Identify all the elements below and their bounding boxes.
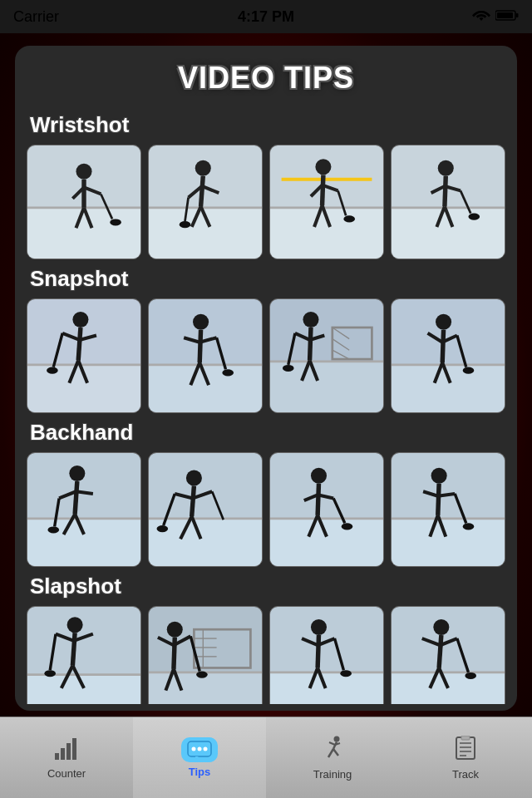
svg-point-133 — [431, 468, 447, 484]
tab-training[interactable]: Training — [266, 717, 399, 798]
svg-point-47 — [468, 214, 480, 220]
svg-point-29 — [315, 159, 331, 175]
section-slapshot-label: Slapshot — [30, 574, 505, 599]
svg-point-106 — [47, 526, 59, 533]
status-right — [472, 8, 519, 25]
svg-point-178 — [340, 670, 352, 677]
backhand-thumb-4[interactable] — [391, 452, 505, 567]
svg-point-17 — [195, 160, 211, 176]
wristshot-thumb-2[interactable] — [148, 145, 263, 259]
svg-point-58 — [47, 367, 58, 374]
svg-rect-142 — [27, 675, 140, 704]
tips-icon — [181, 737, 218, 762]
svg-point-110 — [186, 470, 202, 485]
svg-rect-191 — [61, 748, 65, 760]
svg-rect-86 — [392, 365, 505, 412]
svg-line-52 — [78, 328, 81, 360]
svg-point-95 — [463, 367, 475, 374]
svg-line-201 — [329, 742, 335, 745]
svg-line-203 — [328, 749, 333, 757]
carrier-text: Carrier — [13, 8, 59, 26]
slapshot-thumb-1[interactable] — [27, 606, 141, 704]
svg-line-102 — [76, 491, 92, 494]
snapshot-grid — [27, 298, 505, 413]
svg-line-172 — [318, 635, 318, 667]
scroll-area[interactable]: Wristshot — [15, 106, 517, 704]
content-card: Video Tips Wristshot — [15, 46, 517, 711]
snapshot-thumb-1[interactable] — [27, 298, 141, 413]
svg-point-129 — [342, 523, 353, 530]
svg-rect-180 — [392, 672, 505, 704]
svg-rect-120 — [270, 519, 383, 566]
svg-point-62 — [193, 314, 209, 330]
svg-point-77 — [303, 312, 318, 328]
svg-rect-192 — [66, 743, 71, 760]
svg-line-204 — [333, 749, 338, 756]
svg-point-195 — [192, 747, 196, 751]
backhand-thumb-2[interactable] — [148, 452, 263, 567]
slapshot-grid — [27, 606, 505, 704]
svg-rect-190 — [55, 753, 59, 760]
status-time: 4:17 PM — [238, 8, 294, 26]
svg-point-189 — [465, 672, 476, 679]
svg-point-51 — [72, 312, 88, 328]
svg-point-117 — [157, 525, 169, 532]
svg-point-69 — [222, 369, 234, 376]
page-title: Video Tips — [15, 46, 517, 106]
svg-rect-97 — [27, 519, 140, 566]
svg-rect-60 — [149, 365, 262, 412]
svg-line-111 — [192, 485, 195, 516]
svg-point-167 — [196, 672, 208, 678]
svg-point-99 — [69, 466, 85, 481]
snapshot-thumb-3[interactable] — [269, 298, 384, 413]
backhand-thumb-3[interactable] — [269, 452, 384, 567]
app-container: Carrier 4:17 PM Video Tips — [0, 0, 532, 798]
status-bar: Carrier 4:17 PM — [0, 0, 532, 33]
tab-tips-label: Tips — [189, 766, 211, 778]
svg-point-84 — [283, 365, 294, 372]
svg-rect-4 — [27, 208, 140, 259]
svg-line-30 — [323, 175, 323, 205]
wristshot-thumb-4[interactable] — [391, 145, 505, 259]
section-wristshot-label: Wristshot — [30, 112, 505, 138]
wristshot-thumb-3[interactable] — [269, 145, 384, 259]
svg-line-183 — [439, 635, 441, 667]
slapshot-thumb-2[interactable] — [148, 606, 263, 704]
training-icon — [320, 736, 345, 765]
svg-line-136 — [438, 494, 455, 496]
svg-point-88 — [436, 314, 451, 330]
tab-track[interactable]: Track — [399, 717, 532, 798]
svg-line-123 — [318, 484, 318, 515]
svg-line-41 — [445, 176, 446, 207]
slapshot-thumb-4[interactable] — [391, 606, 505, 704]
track-icon — [453, 736, 478, 765]
section-backhand-label: Backhand — [30, 420, 505, 446]
svg-point-160 — [167, 622, 183, 638]
tab-track-label: Track — [452, 768, 479, 781]
svg-point-144 — [67, 617, 83, 633]
svg-point-140 — [463, 523, 475, 530]
backhand-thumb-1[interactable] — [27, 452, 141, 567]
tab-training-label: Training — [313, 768, 352, 781]
svg-line-78 — [310, 328, 311, 360]
tab-tips[interactable]: Tips — [133, 717, 266, 798]
section-snapshot-label: Snapshot — [30, 266, 505, 292]
wristshot-thumb-1[interactable] — [27, 145, 141, 259]
svg-line-145 — [72, 633, 75, 665]
backhand-grid — [27, 452, 505, 567]
slapshot-thumb-3[interactable] — [269, 606, 384, 704]
snapshot-thumb-4[interactable] — [391, 298, 505, 413]
svg-line-89 — [442, 330, 443, 362]
svg-point-40 — [438, 160, 454, 176]
svg-line-18 — [201, 176, 204, 207]
svg-line-134 — [438, 484, 439, 515]
svg-line-161 — [174, 638, 175, 669]
snapshot-thumb-2[interactable] — [148, 298, 263, 413]
svg-point-199 — [334, 736, 340, 741]
svg-line-100 — [75, 481, 77, 514]
svg-point-36 — [343, 215, 355, 222]
tab-counter[interactable]: Counter — [0, 717, 133, 798]
svg-point-197 — [204, 747, 208, 751]
svg-point-13 — [110, 219, 121, 225]
svg-rect-210 — [461, 736, 470, 740]
